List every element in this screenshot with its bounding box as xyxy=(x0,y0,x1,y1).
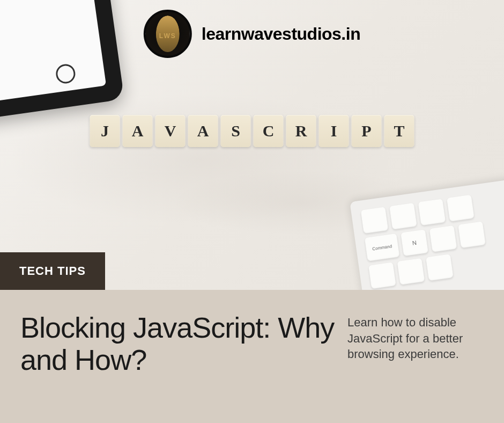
keyboard-key xyxy=(447,195,475,222)
article-title: Blocking JavaScript: Why and How? xyxy=(20,311,337,402)
scrabble-tile: J xyxy=(90,115,120,147)
tablet-screen xyxy=(0,0,106,106)
scrabble-tile: T xyxy=(384,115,414,147)
keyboard-key: Command xyxy=(365,234,400,261)
article-summary: Blocking JavaScript: Why and How? Learn … xyxy=(0,290,504,423)
scrabble-tile: A xyxy=(188,115,218,147)
article-subtitle: Learn how to disable JavaScript for a be… xyxy=(347,311,484,402)
scrabble-tile: I xyxy=(319,115,349,147)
brand-logo-icon xyxy=(144,10,192,58)
scrabble-tile: A xyxy=(123,115,153,147)
scrabble-tile: C xyxy=(254,115,284,147)
scrabble-tile: R xyxy=(286,115,316,147)
keyboard-key xyxy=(458,221,486,248)
site-brand[interactable]: learnwavestudios.in xyxy=(144,10,360,58)
scrabble-tile: S xyxy=(221,115,251,147)
keyboard-key: N xyxy=(401,229,428,256)
keyboard-key xyxy=(429,225,457,252)
keyboard-key xyxy=(397,258,425,285)
brand-name: learnwavestudios.in xyxy=(202,24,360,44)
keyboard-key xyxy=(426,254,454,281)
keyboard-key xyxy=(361,207,389,234)
category-badge[interactable]: TECH TIPS xyxy=(0,252,105,290)
scrabble-tile: P xyxy=(352,115,382,147)
keyboard-key xyxy=(368,262,396,289)
keyboard-key xyxy=(389,203,417,230)
keyboard-key xyxy=(418,199,446,225)
hero-image: Command N learnwavestudios.in J A V A S … xyxy=(0,0,504,290)
scrabble-tile: V xyxy=(155,115,186,147)
scrabble-word: J A V A S C R I P T xyxy=(90,115,414,147)
